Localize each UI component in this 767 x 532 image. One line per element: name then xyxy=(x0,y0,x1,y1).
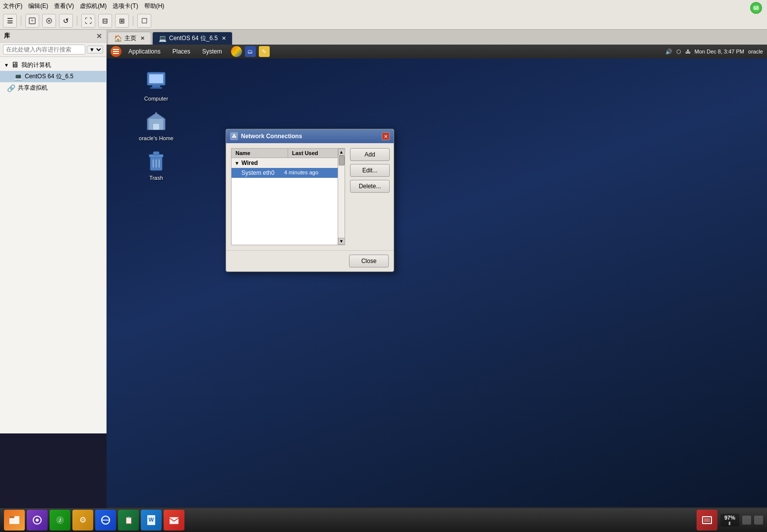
tree-item-centos-vm[interactable]: 💻 CentOS 64 位_6.5 xyxy=(0,71,106,82)
dialog-buttons: Add Edit... Delete... xyxy=(350,148,390,245)
taskbar-app-settings[interactable] xyxy=(27,510,48,531)
left-panel-title: 库 xyxy=(4,32,10,40)
tree-item-my-computer[interactable]: ▼ 🖥 我的计算机 xyxy=(0,59,106,71)
dialog-content: Name Last Used ▼ Wired System eth0 xyxy=(226,143,394,250)
delete-button[interactable]: Delete... xyxy=(350,180,390,193)
toolbar-refresh-btn[interactable]: ↺ xyxy=(59,14,73,28)
scroll-thumb[interactable] xyxy=(339,156,345,165)
toolbar-fullscreen-btn[interactable]: ⛶ xyxy=(81,14,95,28)
svg-rect-27 xyxy=(170,517,178,524)
conn-item-eth0-lastused: 4 minutes ago xyxy=(284,169,334,176)
trash-icon xyxy=(144,149,168,172)
connection-list: Name Last Used ▼ Wired System eth0 xyxy=(231,148,345,245)
search-dropdown[interactable]: ▼ xyxy=(87,46,103,53)
conn-item-eth0[interactable]: System eth0 4 minutes ago xyxy=(232,168,338,178)
menu-view[interactable]: 查看(V) xyxy=(54,2,74,10)
toolbar-settings-btn[interactable] xyxy=(42,14,56,28)
toolbar-menu-btn[interactable]: ☰ xyxy=(3,14,17,28)
conn-list-header: Name Last Used xyxy=(232,149,338,158)
toolbar-split-btn[interactable]: ⊟ xyxy=(98,14,112,28)
firefox-icon[interactable] xyxy=(231,46,242,57)
gnome-applications[interactable]: Applications xyxy=(124,47,165,56)
taskbar-display-icon[interactable] xyxy=(742,516,751,525)
toolbar-new-btn[interactable]: + xyxy=(25,14,39,28)
gnome-system[interactable]: System xyxy=(198,47,226,56)
dialog-title-area: 🖧 Network Connections xyxy=(230,132,302,140)
search-input[interactable] xyxy=(3,45,85,54)
svg-rect-9 xyxy=(153,124,159,130)
tab-home-close[interactable]: ✕ xyxy=(140,35,145,42)
trash-label: Trash xyxy=(147,174,165,181)
scroll-track xyxy=(338,156,345,238)
taskbar-app-word[interactable]: W xyxy=(141,510,162,531)
menu-file[interactable]: 文件(F) xyxy=(3,2,22,10)
gnome-volume-icon[interactable]: 🔊 xyxy=(665,49,672,55)
svg-text:W: W xyxy=(149,517,154,523)
conn-list-container: Name Last Used ▼ Wired System eth0 xyxy=(232,149,345,245)
tab-centos-close[interactable]: ✕ xyxy=(222,35,226,42)
tab-centos[interactable]: 💻 CentOS 64 位_6.5 ✕ xyxy=(152,32,233,45)
taskbar-app-tools[interactable]: ⚙ xyxy=(72,510,93,531)
gnome-username: oracle xyxy=(748,49,763,54)
gnome-bluetooth-icon[interactable]: ⬡ xyxy=(676,49,681,55)
taskbar-network-status-icon[interactable] xyxy=(754,516,763,525)
left-panel: 库 ✕ ▼ ▼ 🖥 我的计算机 💻 CentOS 64 位_6.5 🔗 共享虚拟… xyxy=(0,30,107,433)
menu-edit[interactable]: 编辑(E) xyxy=(28,2,48,10)
vm-area: Applications Places System 🗂 ✎ 🔊 ⬡ 🖧 Mon… xyxy=(107,45,767,532)
menu-help[interactable]: 帮助(H) xyxy=(144,2,165,10)
svg-rect-12 xyxy=(153,152,159,155)
svg-text:⚙: ⚙ xyxy=(79,516,86,524)
taskbar-app-files[interactable] xyxy=(4,510,25,531)
toolbar-tile-btn[interactable]: ⊞ xyxy=(115,14,129,28)
taskbar-app-mail[interactable] xyxy=(164,510,184,531)
menu-vm[interactable]: 虚拟机(M) xyxy=(80,2,107,10)
col-name: Name xyxy=(232,149,288,158)
conn-item-eth0-name: System eth0 xyxy=(241,169,284,176)
desktop-icon-home[interactable]: oracle's Home xyxy=(136,109,176,142)
menu-tabs[interactable]: 选项卡(T) xyxy=(113,2,138,10)
files-icon[interactable]: 🗂 xyxy=(245,46,256,57)
search-bar: ▼ xyxy=(0,43,106,57)
svg-text:+: + xyxy=(31,18,34,23)
scroll-down[interactable]: ▼ xyxy=(338,238,345,245)
gnome-menu-items: Applications Places System xyxy=(124,47,226,56)
toolbar-window-btn[interactable]: ☐ xyxy=(137,14,151,28)
taskbar-app-network[interactable]: 📋 xyxy=(118,510,139,531)
computer-label: Computer xyxy=(142,95,170,102)
tab-home[interactable]: 🏠 主页 ✕ xyxy=(108,32,151,45)
taskbar-app-vm[interactable] xyxy=(697,510,717,531)
taskbar-app-browser[interactable] xyxy=(95,510,116,531)
taskbar-app-music[interactable]: ♪ xyxy=(50,510,70,531)
dialog-close-button[interactable]: ✕ xyxy=(382,132,390,140)
close-button[interactable]: Close xyxy=(349,255,389,267)
home-folder-icon xyxy=(144,109,168,133)
desktop-icon-computer[interactable]: Computer xyxy=(136,69,176,102)
svg-rect-29 xyxy=(704,518,710,522)
gnome-datetime: Mon Dec 8, 3:47 PM xyxy=(695,49,744,54)
svg-point-19 xyxy=(36,519,39,522)
computer-icon xyxy=(144,69,168,93)
svg-text:♪: ♪ xyxy=(59,516,62,524)
svg-point-3 xyxy=(48,20,50,22)
svg-rect-6 xyxy=(152,85,160,87)
tree-item-shared-vm[interactable]: 🔗 共享虚拟机 xyxy=(0,82,106,94)
gnome-places[interactable]: Places xyxy=(169,47,194,56)
gnome-network-icon[interactable]: 🖧 xyxy=(685,49,691,54)
tab-centos-label: CentOS 64 位_6.5 xyxy=(169,34,218,43)
toolbar-sep-2 xyxy=(77,16,77,26)
gnome-right-icons: 🔊 ⬡ 🖧 Mon Dec 8, 3:47 PM oracle xyxy=(665,49,763,55)
left-panel-close[interactable]: ✕ xyxy=(96,32,102,40)
editor-icon[interactable]: ✎ xyxy=(259,46,270,57)
toolbar-sep-1 xyxy=(21,16,21,26)
gnome-top-bar: Applications Places System 🗂 ✎ 🔊 ⬡ 🖧 Mon… xyxy=(107,45,767,58)
edit-button[interactable]: Edit... xyxy=(350,164,390,177)
wired-arrow: ▼ xyxy=(235,160,239,166)
network-connections-dialog: 🖧 Network Connections ✕ Name Last Used xyxy=(226,129,394,272)
gnome-apps-icon xyxy=(111,46,121,57)
battery-percent: 97% xyxy=(724,515,735,521)
conn-category-wired[interactable]: ▼ Wired xyxy=(232,158,338,168)
desktop-icon-trash[interactable]: Trash xyxy=(136,149,176,181)
scroll-up[interactable]: ▲ xyxy=(338,149,345,156)
add-button[interactable]: Add xyxy=(350,148,390,161)
col-last-used: Last Used xyxy=(288,149,338,158)
